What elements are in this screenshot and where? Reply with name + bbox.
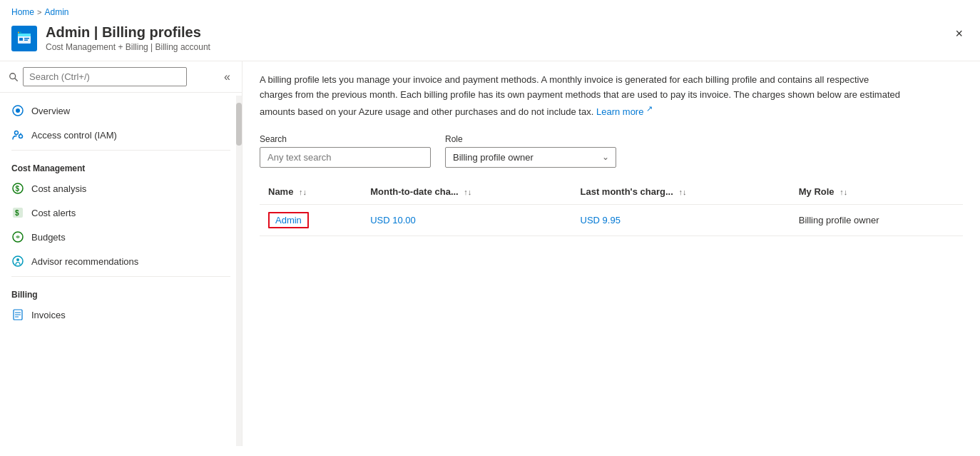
sidebar-search-bar: « xyxy=(0,61,242,93)
svg-text:$: $ xyxy=(16,185,20,193)
svg-point-10 xyxy=(16,108,20,113)
sidebar-item-advisor-label: Advisor recommendations xyxy=(31,256,138,267)
mtd-charge-link[interactable]: USD 10.00 xyxy=(370,215,416,226)
cost-alerts-icon: $ xyxy=(11,206,24,219)
svg-point-6 xyxy=(20,32,21,34)
sidebar-item-overview[interactable]: Overview xyxy=(0,98,242,123)
sidebar-item-iam[interactable]: Access control (IAM) xyxy=(0,123,242,147)
sidebar-item-cost-alerts[interactable]: $ Cost alerts xyxy=(0,201,242,225)
budgets-icon xyxy=(11,230,24,243)
sidebar: « Overview xyxy=(0,61,243,446)
learn-more-text: Learn more xyxy=(596,106,643,117)
close-button[interactable]: × xyxy=(949,24,969,43)
sidebar-item-cost-analysis-label: Cost analysis xyxy=(31,183,86,194)
svg-point-12 xyxy=(19,135,23,138)
page-header-left: Admin | Billing profiles Cost Management… xyxy=(11,24,210,52)
role-select-wrapper: Billing profile owner Billing profile co… xyxy=(445,147,616,168)
sidebar-nav: Overview Access control (IAM) Cost Manag… xyxy=(0,93,242,333)
sidebar-divider-1 xyxy=(11,150,230,151)
table-body: Admin USD 10.00 USD 9.95 Billing profile… xyxy=(260,204,963,235)
advisor-icon xyxy=(11,255,24,268)
page-header-text: Admin | Billing profiles Cost Management… xyxy=(46,24,210,52)
table-row: Admin USD 10.00 USD 9.95 Billing profile… xyxy=(260,204,963,235)
sort-icon-role: ↑↓ xyxy=(839,188,847,196)
search-icon xyxy=(9,72,19,82)
sidebar-item-invoices[interactable]: Invoices xyxy=(0,303,242,327)
admin-name-highlighted: Admin xyxy=(268,212,309,228)
svg-rect-4 xyxy=(24,40,28,41)
table-header-row: Name ↑↓ Month-to-date cha... ↑↓ Last mon… xyxy=(260,179,963,205)
svg-point-11 xyxy=(15,131,19,135)
svg-point-20 xyxy=(16,258,19,261)
invoices-icon xyxy=(11,308,24,321)
page-title: Admin | Billing profiles xyxy=(46,24,210,41)
role-filter-select[interactable]: Billing profile owner Billing profile co… xyxy=(445,147,616,168)
page-subtitle: Cost Management + Billing | Billing acco… xyxy=(46,42,210,52)
sidebar-item-iam-label: Access control (IAM) xyxy=(31,130,117,141)
billing-profiles-table: Name ↑↓ Month-to-date cha... ↑↓ Last mon… xyxy=(260,179,963,236)
cost-analysis-icon: $ xyxy=(11,182,24,195)
sidebar-item-overview-label: Overview xyxy=(31,106,70,116)
svg-text:$: $ xyxy=(15,209,19,217)
sidebar-item-cost-analysis[interactable]: $ Cost analysis xyxy=(0,176,242,201)
sidebar-collapse-button[interactable]: « xyxy=(221,68,233,86)
sidebar-search-input[interactable] xyxy=(23,67,187,86)
sidebar-item-budgets[interactable]: Budgets xyxy=(0,225,242,249)
svg-rect-2 xyxy=(19,38,23,41)
sidebar-item-budgets-label: Budgets xyxy=(31,232,66,243)
col-header-month-to-date[interactable]: Month-to-date cha... ↑↓ xyxy=(362,179,571,205)
search-filter-label: Search xyxy=(260,134,431,144)
sidebar-section-billing: Billing xyxy=(0,280,242,303)
search-filter-group: Search xyxy=(260,134,431,168)
last-month-charge-link[interactable]: USD 9.95 xyxy=(581,215,621,226)
sort-icon-last-month: ↑↓ xyxy=(678,188,686,196)
sidebar-item-invoices-label: Invoices xyxy=(31,310,66,320)
overview-icon xyxy=(11,104,24,117)
col-header-my-role[interactable]: My Role ↑↓ xyxy=(790,179,963,205)
breadcrumb-current[interactable]: Admin xyxy=(44,7,68,17)
breadcrumb-home[interactable]: Home xyxy=(11,7,34,17)
col-header-last-month[interactable]: Last month's charg... ↑↓ xyxy=(572,179,790,205)
table-cell-mtd: USD 10.00 xyxy=(362,204,571,235)
svg-point-5 xyxy=(18,32,19,34)
breadcrumb: Home > Admin xyxy=(0,0,980,21)
admin-profile-link[interactable]: Admin xyxy=(275,215,302,226)
iam-icon xyxy=(11,128,24,141)
role-filter-group: Role Billing profile owner Billing profi… xyxy=(445,134,616,168)
sidebar-scrollbar[interactable] xyxy=(236,96,242,446)
sidebar-divider-2 xyxy=(11,276,230,277)
learn-more-link[interactable]: Learn more ↗ xyxy=(596,106,653,117)
table-cell-last-month: USD 9.95 xyxy=(572,204,790,235)
sidebar-item-cost-alerts-label: Cost alerts xyxy=(31,208,76,218)
sort-icon-name: ↑↓ xyxy=(299,188,307,196)
external-link-icon: ↗ xyxy=(646,104,653,113)
main-content: A billing profile lets you manage your i… xyxy=(243,61,980,446)
sort-icon-mtd: ↑↓ xyxy=(464,188,471,196)
svg-rect-3 xyxy=(24,38,29,39)
svg-rect-1 xyxy=(18,34,31,36)
role-filter-label: Role xyxy=(445,134,616,144)
page-icon xyxy=(11,26,37,51)
col-header-name[interactable]: Name ↑↓ xyxy=(260,179,362,205)
breadcrumb-separator: > xyxy=(37,8,41,16)
table-cell-my-role: Billing profile owner xyxy=(790,204,963,235)
main-layout: « Overview xyxy=(0,61,980,446)
table-cell-name: Admin xyxy=(260,204,362,235)
filters-row: Search Role Billing profile owner Billin… xyxy=(260,134,963,168)
search-filter-input[interactable] xyxy=(260,147,431,168)
sidebar-scroll-thumb[interactable] xyxy=(236,103,242,146)
sidebar-item-advisor[interactable]: Advisor recommendations xyxy=(0,249,242,273)
description-text: A billing profile lets you manage your i… xyxy=(260,73,902,120)
table-header: Name ↑↓ Month-to-date cha... ↑↓ Last mon… xyxy=(260,179,963,205)
page-header: Admin | Billing profiles Cost Management… xyxy=(0,21,980,61)
sidebar-section-cost-management: Cost Management xyxy=(0,153,242,176)
svg-line-8 xyxy=(15,78,18,81)
description-body: A billing profile lets you manage your i… xyxy=(260,74,900,117)
